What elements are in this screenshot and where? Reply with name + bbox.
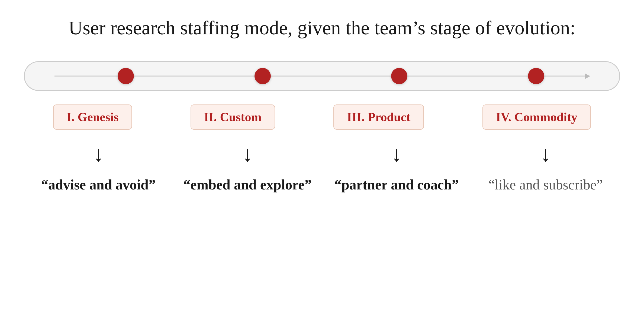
arrows-row: ↓ ↓ ↓ ↓ [24,143,620,165]
down-arrow-2: ↓ [242,143,253,165]
stage-label-1: I. Genesis [67,110,119,124]
stages-row: I. Genesis II. Custom III. Product IV. C… [24,104,620,130]
diagram-container: I. Genesis II. Custom III. Product IV. C… [24,61,620,194]
stage-label-4: IV. Commodity [496,110,578,124]
stage-label-3: III. Product [347,110,410,124]
dot-3 [391,68,407,84]
description-3: “partner and coach” [331,176,462,194]
stage-badge-1: I. Genesis [53,104,132,130]
down-arrow-1: ↓ [93,143,104,165]
description-strong-3: “partner and coach” [334,177,459,192]
description-2: “embed and explore” [182,176,313,194]
descriptions-row: “advise and avoid” “embed and explore” “… [24,176,620,194]
stage-badge-4: IV. Commodity [482,104,591,130]
down-arrow-4: ↓ [540,143,551,165]
description-text-2: “embed and explore” [182,176,313,194]
stage-label-2: II. Custom [204,110,262,124]
description-text-1: “advise and avoid” [33,176,164,194]
description-text-3: “partner and coach” [331,176,462,194]
description-1: “advise and avoid” [33,176,164,194]
dot-2 [255,68,271,84]
timeline-track [24,61,620,91]
description-text-4: “like and subscribe” [480,176,611,194]
page-title: User research staffing mode, given the t… [69,16,575,40]
timeline-line [54,76,590,77]
dot-4 [528,68,544,84]
stage-badge-2: II. Custom [191,104,275,130]
description-strong-1: “advise and avoid” [41,177,156,192]
down-arrow-3: ↓ [391,143,402,165]
description-4: “like and subscribe” [480,176,611,194]
dot-1 [118,68,134,84]
description-strong-2: “embed and explore” [183,177,312,192]
stage-badge-3: III. Product [333,104,424,130]
